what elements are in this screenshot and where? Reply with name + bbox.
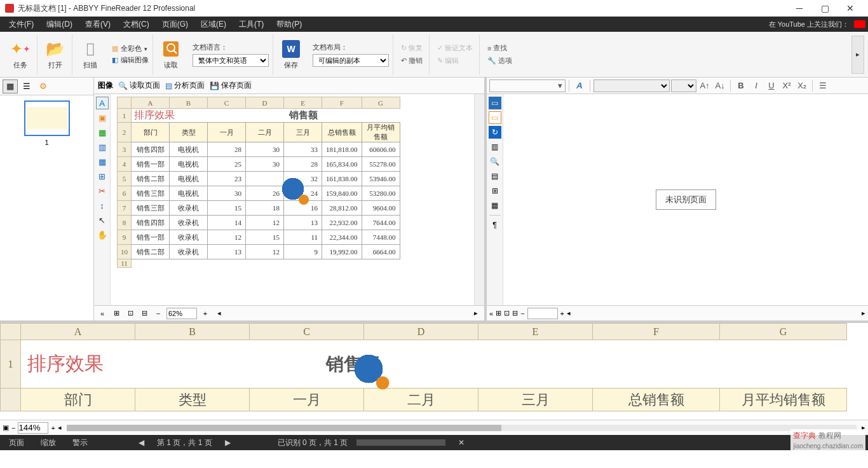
- ribbon-read[interactable]: 读取: [154, 34, 187, 75]
- ribbon-scan[interactable]: ⌷ 扫描: [74, 34, 107, 75]
- ribbon-expand-button[interactable]: ▸: [851, 36, 864, 74]
- ribbon-fullcolor[interactable]: ▥全彩色▾: [112, 44, 149, 53]
- page-thumbnail-1[interactable]: [24, 100, 70, 136]
- read-icon: [161, 39, 181, 59]
- font-size-select[interactable]: [671, 79, 696, 92]
- status-warn-tab[interactable]: 警示: [69, 437, 92, 448]
- text-tool-7-icon[interactable]: ▦: [489, 199, 501, 212]
- bot-hscrollbar[interactable]: [67, 425, 857, 431]
- zoom-level-input[interactable]: [166, 308, 197, 319]
- ribbon-options[interactable]: 🔧选项: [485, 55, 515, 66]
- recog-close-icon[interactable]: ✕: [454, 438, 468, 447]
- image-view[interactable]: ABCDEFG1排序效果销售额2部门类型一月二月三月总销售额月平均销售额3销售四…: [111, 94, 474, 305]
- maximize-button[interactable]: ▢: [812, 3, 837, 13]
- scroll-right-icon[interactable]: ▸: [470, 309, 482, 317]
- txt-fit3-icon[interactable]: ⊟: [512, 309, 518, 317]
- minimize-button[interactable]: ─: [787, 3, 812, 13]
- style-a-icon[interactable]: A: [573, 79, 587, 92]
- thumbs-settings-icon[interactable]: ⚙: [36, 79, 51, 93]
- tool-ruler-icon[interactable]: ⊞: [96, 170, 109, 182]
- close-window-button[interactable]: ✕: [837, 3, 863, 13]
- menu-file[interactable]: 文件(F): [3, 19, 40, 30]
- fit-width-icon[interactable]: ⊞: [111, 309, 122, 317]
- menu-area[interactable]: 区域(E): [194, 19, 233, 30]
- bot-mode-icon[interactable]: ▣: [3, 423, 9, 432]
- analyze-page-button[interactable]: ▤分析页面: [165, 80, 205, 91]
- tool-table-area-icon[interactable]: ▦: [96, 126, 109, 139]
- recog-text: 已识别 0 页，共 1 页: [278, 437, 348, 448]
- ribbon-editimage[interactable]: ◧编辑图像: [112, 55, 149, 65]
- status-page-tab[interactable]: 页面: [5, 437, 28, 448]
- bot-zoom-input[interactable]: [18, 422, 48, 434]
- superscript-button[interactable]: X²: [780, 79, 794, 92]
- collapse-icon[interactable]: «: [97, 310, 108, 317]
- tool-eraser-icon[interactable]: ✂: [96, 184, 109, 197]
- read-page-button[interactable]: 🔍读取页面: [118, 80, 160, 91]
- tool-image-area-icon[interactable]: ▣: [96, 111, 109, 124]
- ribbon-undo[interactable]: ↶撤销: [398, 55, 425, 66]
- menu-view[interactable]: 查看(V): [79, 19, 117, 30]
- bot-zoom-out[interactable]: −: [11, 424, 15, 432]
- txt-zoom-out[interactable]: −: [520, 310, 524, 317]
- thumbs-grid-icon[interactable]: ▦: [3, 79, 18, 93]
- text-tool-pilcrow-icon[interactable]: ¶: [489, 219, 501, 231]
- txt-collapse-icon[interactable]: «: [489, 310, 493, 317]
- underline-button[interactable]: U: [764, 79, 778, 92]
- txt-scroll-left[interactable]: ◂: [567, 309, 571, 317]
- text-tool-2-icon[interactable]: ▭: [489, 111, 501, 124]
- txt-zoom-in[interactable]: +: [560, 310, 564, 317]
- text-tool-6-icon[interactable]: ⊞: [489, 184, 501, 197]
- menu-edit[interactable]: 编辑(D): [40, 19, 79, 30]
- menu-document[interactable]: 文档(C): [117, 19, 156, 30]
- zoom-in-button[interactable]: +: [200, 310, 211, 317]
- bot-zoom-in[interactable]: +: [51, 424, 55, 432]
- ribbon-tasks[interactable]: ✦✦ 任务: [4, 34, 37, 75]
- text-tool-3-icon[interactable]: ↻: [489, 126, 501, 139]
- bot-scroll-left[interactable]: ◂: [58, 423, 62, 432]
- zoom-out-button[interactable]: −: [153, 310, 164, 317]
- status-zoom-tab[interactable]: 缩放: [37, 437, 60, 448]
- menu-tools[interactable]: 工具(T): [233, 19, 270, 30]
- thumbs-list-icon[interactable]: ☰: [19, 79, 34, 93]
- text-tool-4-icon[interactable]: ▥: [489, 141, 501, 153]
- menu-page[interactable]: 页面(G): [156, 19, 194, 30]
- ribbon-open[interactable]: 📂 打开: [39, 34, 72, 75]
- tool-order-icon[interactable]: ↕: [96, 199, 109, 212]
- fit-height-icon[interactable]: ⊟: [139, 309, 150, 317]
- pager-next-icon[interactable]: ▶: [221, 438, 234, 447]
- doclang-select[interactable]: 繁体中文和英语: [193, 54, 269, 67]
- image-scrollbar[interactable]: [474, 94, 484, 305]
- font-family-select[interactable]: [593, 79, 670, 92]
- pager-prev-icon[interactable]: ◀: [135, 438, 148, 447]
- more-format-icon[interactable]: ☰: [816, 79, 830, 92]
- subscript-button[interactable]: X₂: [795, 79, 809, 92]
- menu-help[interactable]: 帮助(P): [270, 19, 308, 30]
- doclayout-select[interactable]: 可编辑的副本: [313, 54, 389, 67]
- tool-pointer-icon[interactable]: ↖: [96, 214, 109, 226]
- text-tool-1-icon[interactable]: ▭: [489, 97, 501, 109]
- bottom-view[interactable]: ABCDEFG1排序效果销售额部门类型一月二月三月总销售额月平均销售额: [0, 323, 868, 420]
- grow-font-icon[interactable]: A↑: [698, 79, 712, 92]
- txt-fit1-icon[interactable]: ⊞: [496, 309, 501, 317]
- text-tool-zoom-icon[interactable]: 🔍: [489, 155, 501, 168]
- ribbon-save[interactable]: W 保存: [275, 34, 308, 75]
- tool-barcode-icon[interactable]: ▥: [96, 141, 109, 153]
- style-dropdown[interactable]: ▾: [489, 79, 566, 92]
- palette-icon: ▥: [112, 45, 118, 53]
- txt-zoom-input[interactable]: [527, 308, 558, 319]
- fit-page-icon[interactable]: ⊡: [125, 309, 136, 317]
- tool-hand-icon[interactable]: ✋: [96, 228, 109, 241]
- save-page-button[interactable]: 💾保存页面: [210, 80, 252, 91]
- tool-text-area-icon[interactable]: A: [96, 97, 109, 109]
- txt-scroll-right[interactable]: ▸: [862, 309, 865, 317]
- scanner-icon: ⌷: [80, 39, 100, 59]
- shrink-font-icon[interactable]: A↓: [713, 79, 727, 92]
- bold-button[interactable]: B: [734, 79, 748, 92]
- italic-button[interactable]: I: [749, 79, 763, 92]
- text-tool-5-icon[interactable]: ▤: [489, 170, 501, 182]
- youtube-icon[interactable]: [854, 20, 865, 28]
- ribbon-find[interactable]: ≡查找: [485, 43, 515, 53]
- tool-background-icon[interactable]: ▦: [96, 155, 109, 168]
- txt-fit2-icon[interactable]: ⊡: [504, 309, 510, 317]
- scroll-left-icon[interactable]: ◂: [214, 309, 225, 317]
